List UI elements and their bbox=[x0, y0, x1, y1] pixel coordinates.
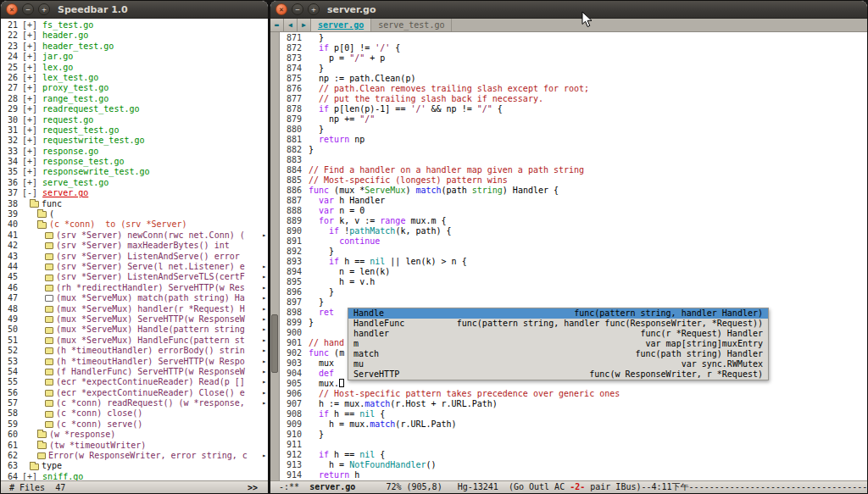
code-line[interactable]: 889 for k, v := range mux.m { bbox=[280, 216, 867, 226]
code-line[interactable]: 914 return h bbox=[280, 470, 867, 480]
speedbar-item[interactable]: 23[+] header_test.go bbox=[1, 42, 268, 52]
speedbar-item[interactable]: 30[+] request.go bbox=[1, 115, 268, 125]
speedbar-item[interactable]: 57(c *conn) readRequest() (w *response,▸ bbox=[1, 398, 268, 408]
close-button[interactable]: ✕ bbox=[275, 3, 287, 15]
code-line[interactable]: 876 // path.Clean removes trailing slash… bbox=[280, 84, 867, 94]
code-line[interactable]: 874 } bbox=[280, 64, 867, 74]
speedbar-item[interactable]: 27[+] proxy_test.go bbox=[1, 83, 268, 93]
speedbar-item[interactable]: 51(mux *ServeMux) HandleFunc(pattern st▸ bbox=[1, 336, 268, 346]
maximize-button[interactable]: + bbox=[308, 3, 320, 15]
tabbar-forward-button[interactable]: ▶ bbox=[298, 19, 311, 31]
code-line[interactable]: 894 n = len(k) bbox=[280, 267, 867, 277]
speedbar-item[interactable]: 48(mux *ServeMux) handler(r *Request) H▸ bbox=[1, 304, 268, 314]
speedbar-item[interactable]: 44(srv *Server) Serve(l net.Listener) e▸ bbox=[1, 262, 268, 272]
speedbar-item[interactable]: 26[+] lex_test.go bbox=[1, 73, 268, 83]
completion-item[interactable]: ServeHTTPfunc(w ResponseWriter, r *Reque… bbox=[348, 369, 768, 380]
speedbar-item[interactable]: 28[+] range_test.go bbox=[1, 94, 268, 104]
code-line[interactable]: 885// Most-specific (longest) pattern wi… bbox=[280, 175, 867, 186]
tab-server.go[interactable]: server.go bbox=[311, 19, 371, 31]
speedbar-item[interactable]: 38func bbox=[1, 199, 268, 209]
speedbar-item[interactable]: 24[+] jar.go bbox=[1, 52, 268, 62]
code-line[interactable]: 888 var n = 0 bbox=[280, 206, 867, 216]
code-line[interactable]: 913 h = NotFoundHandler() bbox=[280, 460, 867, 470]
code-area[interactable]: Handlefunc(pattern string, handler Handl… bbox=[280, 32, 867, 480]
speedbar-titlebar[interactable]: ✕ − + Speedbar 1.0 bbox=[1, 1, 268, 19]
speedbar-item[interactable]: 64[+] sniff.go bbox=[1, 472, 268, 480]
tab-serve_test.go[interactable]: serve_test.go bbox=[371, 19, 452, 31]
code-line[interactable]: 909 h = mux.match(r.URL.Path) bbox=[280, 419, 867, 430]
speedbar-item[interactable]: 35[+] responsewrite_test.go bbox=[1, 167, 268, 177]
minimize-button[interactable]: − bbox=[292, 3, 303, 15]
code-line[interactable]: 892 } bbox=[280, 247, 867, 257]
speedbar-item[interactable]: 36[+] serve_test.go bbox=[1, 178, 268, 188]
speedbar-item[interactable]: 22[+] header.go bbox=[1, 31, 268, 41]
code-line[interactable]: 908 if h == nil { bbox=[280, 409, 867, 419]
code-line[interactable]: 890 if !pathMatch(k, path) { bbox=[280, 226, 867, 236]
speedbar-item[interactable]: 25[+] lex.go bbox=[1, 63, 268, 73]
code-line[interactable]: 887 var h Handler bbox=[280, 196, 867, 206]
speedbar-item[interactable]: 55(ecr *expectContinueReader) Read(p []▸ bbox=[1, 377, 268, 387]
speedbar-item[interactable]: 63type bbox=[1, 461, 268, 471]
code-line[interactable]: 878 if p[len(p)-1] == '/' && np != "/" { bbox=[280, 104, 867, 114]
speedbar-item[interactable]: 54(f HandlerFunc) ServeHTTP(w ResponseW▸ bbox=[1, 367, 268, 377]
code-line[interactable]: 871 } bbox=[280, 33, 867, 43]
speedbar-item[interactable]: 59(c *conn) serve() bbox=[1, 419, 268, 430]
speedbar-item[interactable]: 46(rh *redirectHandler) ServeHTTP(w Res▸ bbox=[1, 283, 268, 293]
code-line[interactable]: 873 p = "/" + p bbox=[280, 53, 867, 64]
code-line[interactable]: 912 if h == nil { bbox=[280, 450, 867, 460]
code-line[interactable]: 880 } bbox=[280, 125, 867, 135]
speedbar-item[interactable]: 39( bbox=[1, 209, 268, 219]
code-line[interactable]: 879 np += "/" bbox=[280, 114, 867, 125]
speedbar-item[interactable]: 32[+] requestwrite_test.go bbox=[1, 136, 268, 146]
code-line[interactable]: 883 bbox=[280, 155, 867, 165]
code-line[interactable]: 877 // put the trailing slash back if ne… bbox=[280, 94, 867, 104]
code-line[interactable]: 906 // Host-specific pattern takes prece… bbox=[280, 389, 867, 399]
speedbar-item[interactable]: 62Error(w ResponseWriter, error string, … bbox=[1, 451, 268, 461]
speedbar-item[interactable]: 58(c *conn) close() bbox=[1, 408, 268, 419]
completion-item[interactable]: HandleFuncfunc(pattern string, handler f… bbox=[348, 319, 768, 329]
code-line[interactable]: 910 } bbox=[280, 430, 867, 440]
close-button[interactable]: ✕ bbox=[6, 3, 18, 15]
code-line[interactable]: 897 } bbox=[280, 297, 867, 308]
code-line[interactable]: 881 return np bbox=[280, 135, 867, 145]
speedbar-item[interactable]: 29[+] readrequest_test.go bbox=[1, 104, 268, 114]
speedbar-item[interactable]: 50(mux *ServeMux) Handle(pattern string▸ bbox=[1, 325, 268, 335]
speedbar-item[interactable]: 43(srv *Server) ListenAndServe() error bbox=[1, 252, 268, 262]
speedbar-next-button[interactable]: >> bbox=[248, 483, 268, 492]
speedbar-item[interactable]: 21[+] fs_test.go bbox=[1, 20, 268, 31]
code-line[interactable]: 895 h = v.h bbox=[280, 277, 867, 287]
speedbar-item[interactable]: 42(srv *Server) maxHeaderBytes() int bbox=[1, 241, 268, 251]
speedbar-item[interactable]: 52(h *timeoutHandler) errorBody() strin▸ bbox=[1, 346, 268, 356]
code-line[interactable]: 886func (mux *ServeMux) match(path strin… bbox=[280, 186, 867, 196]
code-line[interactable]: 882} bbox=[280, 145, 867, 155]
speedbar-item[interactable]: 47(mux *ServeMux) match(path string) Ha▸ bbox=[1, 293, 268, 303]
code-line[interactable]: 891 continue bbox=[280, 236, 867, 247]
completion-item[interactable]: mvar map[string]muxEntry bbox=[348, 339, 768, 349]
editor-titlebar[interactable]: ✕ − + server.go bbox=[270, 1, 867, 19]
speedbar-item[interactable]: 33[+] response.go bbox=[1, 147, 268, 157]
code-line[interactable]: 911 bbox=[280, 440, 867, 450]
minimize-button[interactable]: − bbox=[22, 3, 34, 15]
speedbar-item[interactable]: 56(ecr *expectContinueReader) Close() e▸ bbox=[1, 388, 268, 398]
completion-item[interactable]: handlerfunc(r *Request) Handler bbox=[348, 329, 768, 339]
speedbar-item[interactable]: 40(c *conn) to (srv *Server) bbox=[1, 219, 268, 230]
completion-item[interactable]: Handlefunc(pattern string, handler Handl… bbox=[348, 308, 768, 319]
tabbar-home-button[interactable]: ▬ bbox=[270, 19, 284, 31]
code-line[interactable]: 884// Find a handler on a handler map gi… bbox=[280, 165, 867, 175]
code-line[interactable]: 896 } bbox=[280, 287, 867, 297]
speedbar-item[interactable]: 61(tw *timeoutWriter) bbox=[1, 441, 268, 451]
speedbar-item[interactable]: 41(srv *Server) newConn(rwc net.Conn) (▸ bbox=[1, 230, 268, 241]
code-line[interactable]: 875 np := path.Clean(p) bbox=[280, 74, 867, 84]
code-line[interactable]: 893 if h == nil || len(k) > n { bbox=[280, 257, 867, 267]
code-line[interactable]: 872 if p[0] != '/' { bbox=[280, 43, 867, 53]
speedbar-item[interactable]: 37[-] server.go bbox=[1, 188, 268, 198]
vertical-scrollbar[interactable] bbox=[270, 32, 280, 480]
scrollbar-thumb[interactable] bbox=[271, 314, 278, 373]
completion-item[interactable]: muvar sync.RWMutex bbox=[348, 359, 768, 369]
completion-item[interactable]: matchfunc(path string) Handler bbox=[348, 349, 768, 359]
tabbar-backward-button[interactable]: ◀ bbox=[284, 19, 298, 31]
code-line[interactable]: 907 h := mux.match(r.Host + r.URL.Path) bbox=[280, 399, 867, 409]
maximize-button[interactable]: + bbox=[38, 3, 50, 15]
speedbar-item[interactable]: 53(h *timeoutHandler) ServeHTTP(w Respo▸ bbox=[1, 357, 268, 367]
speedbar-item[interactable]: 34[+] response_test.go bbox=[1, 157, 268, 167]
